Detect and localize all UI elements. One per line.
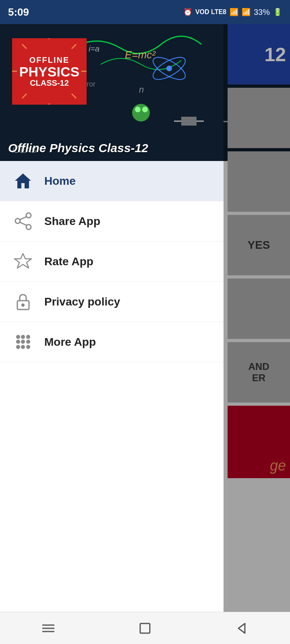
bottom-nav xyxy=(0,612,290,644)
svg-text:E=mc²: E=mc² xyxy=(125,49,156,61)
star-icon xyxy=(12,250,34,272)
signal-icon: 📶 xyxy=(230,8,238,17)
sidebar-item-more[interactable]: More App xyxy=(0,322,224,362)
home-button[interactable] xyxy=(129,612,161,644)
svg-line-55 xyxy=(20,222,27,225)
svg-line-47 xyxy=(22,94,27,98)
svg-point-37 xyxy=(142,107,148,112)
rate-label: Rate App xyxy=(44,255,93,268)
svg-point-58 xyxy=(21,303,25,307)
share-label: Share App xyxy=(44,215,100,228)
drawer-app-title: Offline Physics Class-12 xyxy=(8,141,148,155)
drawer-header: E=mc² IDEAS IDEAS i=a otoror n xyxy=(0,24,224,161)
svg-point-60 xyxy=(21,335,25,339)
svg-rect-39 xyxy=(181,117,197,126)
more-label: More App xyxy=(44,336,96,349)
sidebar-item-home[interactable]: Home xyxy=(0,161,224,201)
svg-point-59 xyxy=(16,335,20,339)
svg-point-61 xyxy=(26,335,30,339)
svg-text:i=a: i=a xyxy=(89,44,99,53)
main-content: ! ? IDEAS IDEAS E=mc² i=a otoror xyxy=(0,24,290,644)
sidebar-item-share[interactable]: Share App xyxy=(0,201,224,242)
grid-icon xyxy=(12,331,34,353)
svg-marker-56 xyxy=(14,254,31,268)
svg-point-29 xyxy=(166,66,172,71)
svg-point-52 xyxy=(26,225,31,229)
lock-icon xyxy=(12,291,34,313)
svg-line-54 xyxy=(20,217,27,220)
svg-point-66 xyxy=(21,345,25,349)
status-bar: 5:09 ⏰ VOD LTE8 📶 📶 33% 🔋 xyxy=(0,0,290,24)
drawer-logo: OFFLINE PHYSICS CLASS-12 xyxy=(12,38,87,105)
svg-line-43 xyxy=(72,44,76,49)
navigation-drawer: E=mc² IDEAS IDEAS i=a otoror n xyxy=(0,24,224,644)
battery-level: 33% xyxy=(254,8,270,17)
svg-point-53 xyxy=(15,219,20,223)
sidebar-item-rate[interactable]: Rate App xyxy=(0,242,224,282)
home-label: Home xyxy=(44,175,76,188)
svg-point-62 xyxy=(16,340,20,344)
svg-point-51 xyxy=(26,213,31,218)
svg-line-49 xyxy=(22,44,27,49)
svg-point-35 xyxy=(132,104,150,122)
privacy-label: Privacy policy xyxy=(44,295,120,308)
svg-point-65 xyxy=(16,345,20,349)
alarm-icon: ⏰ xyxy=(183,8,192,17)
svg-marker-50 xyxy=(15,173,31,188)
status-time: 5:09 xyxy=(8,6,29,19)
drawer-logo-line1: OFFLINE xyxy=(29,56,70,65)
sidebar-item-privacy[interactable]: Privacy policy xyxy=(0,282,224,322)
drawer-logo-line3: CLASS-12 xyxy=(30,78,69,88)
svg-rect-71 xyxy=(140,623,150,633)
back-button[interactable] xyxy=(226,612,258,644)
svg-point-63 xyxy=(21,340,25,344)
svg-point-67 xyxy=(26,345,30,349)
svg-point-64 xyxy=(26,340,30,344)
svg-marker-72 xyxy=(238,623,245,633)
share-icon xyxy=(12,210,34,232)
svg-point-36 xyxy=(135,107,141,112)
svg-text:n: n xyxy=(139,85,144,95)
signal-icon2: 📶 xyxy=(242,8,251,17)
drawer-menu: Home Share App xyxy=(0,161,224,644)
battery-icon: 🔋 xyxy=(273,8,282,17)
drawer-logo-line2: PHYSICS xyxy=(19,65,79,78)
home-icon xyxy=(12,170,34,192)
status-icons: ⏰ VOD LTE8 📶 📶 33% 🔋 xyxy=(183,8,282,17)
svg-line-45 xyxy=(72,94,76,98)
menu-button[interactable] xyxy=(32,612,64,644)
network-label: VOD LTE8 xyxy=(195,8,226,16)
